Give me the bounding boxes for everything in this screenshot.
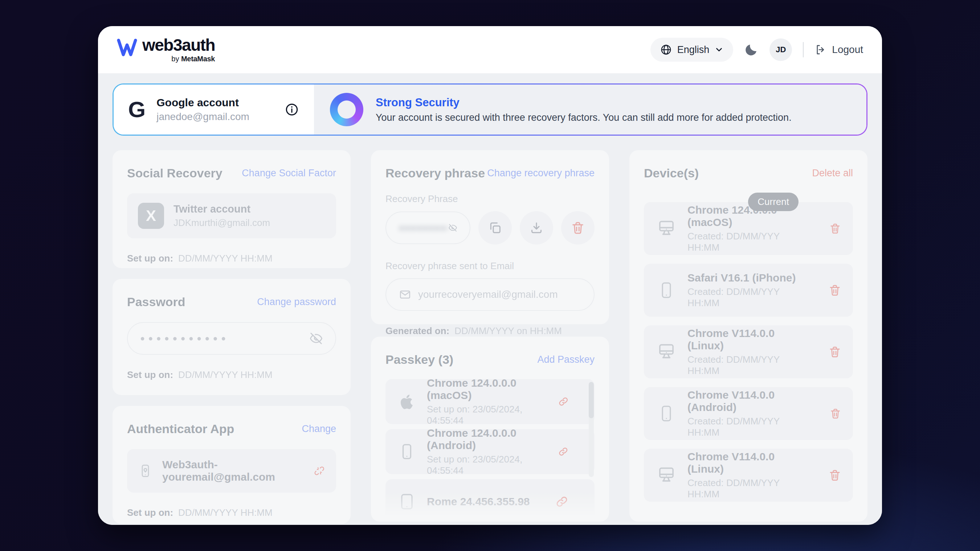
device-created: Created: DD/MM/YYY HH:MM [687, 416, 809, 438]
password-title: Password [127, 295, 186, 309]
copy-phrase-button[interactable] [478, 211, 512, 245]
passkey-scrollbar-thumb[interactable] [589, 382, 594, 418]
authenticator-setup-line: Set up on: DD/MM/YYYY HH:MM [127, 507, 336, 518]
security-status-panel: Strong Security Your account is secured … [314, 84, 866, 135]
column-right: Device(s) Delete all Current [629, 150, 867, 524]
device-created: Created: DD/MM/YYY HH:MM [687, 477, 808, 500]
eye-off-icon[interactable] [448, 221, 457, 234]
trash-icon[interactable] [828, 345, 842, 359]
unlink-icon[interactable] [313, 464, 325, 478]
passkey-row: Chrome 124.0.0.0 (macOS) Set up on: 23/0… [385, 379, 595, 424]
twitter-account-email: JDKmurthi@gmail.com [173, 217, 270, 229]
column-middle: Recovery phrase Change recovery phrase R… [371, 150, 609, 524]
setup-label: Set up on: [127, 507, 173, 518]
change-recovery-phrase-link[interactable]: Change recovery phrase [487, 168, 595, 179]
delete-all-devices-link[interactable]: Delete all [812, 168, 853, 179]
passkey-card: Passkey (3) Add Passkey [371, 337, 609, 522]
authenticator-title: Authenticator App [127, 422, 234, 436]
current-device-badge: Current [748, 193, 799, 211]
delete-phrase-button[interactable] [561, 211, 595, 245]
factors-grid: Social Recovery Change Social Factor X T… [113, 150, 867, 524]
social-setup-line: Set up on: DD/MM/YYYY HH:MM [127, 253, 336, 264]
change-social-factor-link[interactable]: Change Social Factor [242, 168, 336, 179]
trash-icon[interactable] [829, 407, 842, 421]
account-email: janedoe@gmail.com [156, 111, 249, 122]
link-icon[interactable] [557, 445, 569, 459]
phone-icon [657, 404, 676, 423]
passkey-row: Rome 24.456.355.98 [385, 479, 595, 518]
dark-mode-toggle[interactable] [744, 43, 759, 57]
security-status-description: Your account is secured with three recov… [375, 112, 792, 123]
setup-value: DD/MM/YYYY HH:MM [178, 253, 273, 264]
language-selector[interactable]: English [651, 38, 733, 62]
passkey-setup: Set up on: 23/05/2024, 04:55:44 [427, 404, 539, 426]
logo-texts: web3auth by MetaMask [142, 36, 215, 63]
link-icon[interactable] [557, 394, 570, 409]
recovery-phrase-title: Recovery phrase [385, 166, 485, 180]
passkey-list: Chrome 124.0.0.0 (macOS) Set up on: 23/0… [385, 379, 595, 518]
password-setup-line: Set up on: DD/MM/YYYY HH:MM [127, 369, 336, 381]
authenticator-account-row: Web3auth-youremail@gmal.com [127, 449, 336, 492]
password-card: Password Change password ●●●●●●●●●●● [113, 279, 351, 395]
change-password-link[interactable]: Change password [257, 296, 336, 308]
authenticator-account: Web3auth-youremail@gmal.com [162, 459, 295, 483]
header-actions: English JD Logout [651, 38, 863, 62]
recovery-email-field[interactable]: yourrecoveryemail@gmail.com [385, 278, 595, 311]
download-phrase-button[interactable] [520, 211, 553, 245]
device-name: Safari V16.1 (iPhone) [687, 272, 808, 284]
web3auth-logo-icon [117, 38, 137, 57]
avatar[interactable]: JD [770, 38, 792, 61]
byline-brand: MetaMask [181, 55, 215, 63]
trash-icon[interactable] [829, 222, 842, 235]
setup-label: Set up on: [127, 253, 173, 264]
recovery-phrase-card: Recovery phrase Change recovery phrase R… [371, 150, 609, 324]
account-info-button[interactable] [284, 102, 299, 117]
recovery-phrase-label: Recovery Phrase [385, 193, 595, 205]
add-passkey-link[interactable]: Add Passkey [537, 354, 595, 365]
passkey-scrollbar[interactable] [589, 382, 594, 477]
logout-button[interactable]: Logout [815, 43, 863, 56]
recovery-phrase-field[interactable]: ●●●●●●●●●●●● [385, 211, 470, 244]
download-icon [529, 221, 544, 235]
trash-icon[interactable] [828, 468, 842, 482]
setup-label: Set up on: [127, 369, 173, 381]
device-row: Safari V16.1 (iPhone) Created: DD/MM/YYY… [644, 264, 853, 317]
generated-value: DD/MM/YYYY on HH:MM [455, 326, 562, 337]
web3auth-logo: web3auth by MetaMask [117, 36, 215, 63]
connected-account-panel: G Google account janedoe@gmail.com [114, 84, 314, 135]
top-header: web3auth by MetaMask English [98, 26, 882, 73]
recovery-email-value: yourrecoveryemail@gmail.com [418, 289, 558, 300]
header-divider [803, 42, 803, 57]
device-name: Chrome V114.0.0 (Linux) [687, 327, 808, 352]
device-row: Chrome V114.0.0 (Linux) Created: DD/MM/Y… [644, 449, 853, 502]
social-recovery-card: Social Recovery Change Social Factor X T… [113, 150, 351, 268]
account-provider-title: Google account [156, 97, 249, 109]
tablet-icon [398, 492, 416, 511]
link-icon[interactable] [555, 494, 569, 509]
column-left: Social Recovery Change Social Factor X T… [113, 150, 351, 524]
devices-list: Current Chrome 124.0.0.0 (macOS) Created… [644, 202, 853, 502]
recovery-email-label: Recovery phrase sent to Email [385, 260, 595, 272]
eye-off-icon[interactable] [309, 332, 323, 345]
trash-icon[interactable] [828, 283, 842, 297]
desktop-icon [656, 218, 677, 239]
password-field[interactable]: ●●●●●●●●●●● [127, 322, 336, 355]
desktop-background: web3auth by MetaMask English [0, 0, 980, 551]
desktop-icon [656, 341, 677, 362]
device-name: Chrome V114.0.0 (Linux) [687, 451, 808, 475]
logout-icon [815, 43, 827, 56]
social-recovery-title: Social Recovery [127, 166, 223, 180]
passkey-title: Passkey (3) [385, 353, 453, 367]
change-authenticator-link[interactable]: Change [302, 423, 336, 435]
device-row: Chrome V114.0.0 (Linux) Created: DD/MM/Y… [644, 326, 853, 378]
google-icon: G [128, 98, 146, 121]
globe-icon [660, 43, 672, 56]
mail-icon [399, 288, 412, 301]
device-row: Chrome V114.0.0 (Android) Created: DD/MM… [644, 387, 853, 440]
twitter-account-title: Twitter account [173, 203, 270, 215]
passkey-name: Chrome 124.0.0.0 (macOS) [427, 379, 539, 402]
setup-value: DD/MM/YYYY HH:MM [178, 507, 273, 518]
info-icon [284, 102, 299, 117]
brand-byline: by MetaMask [171, 55, 215, 63]
device-created: Created: DD/MM/YYY HH:MM [687, 231, 809, 253]
